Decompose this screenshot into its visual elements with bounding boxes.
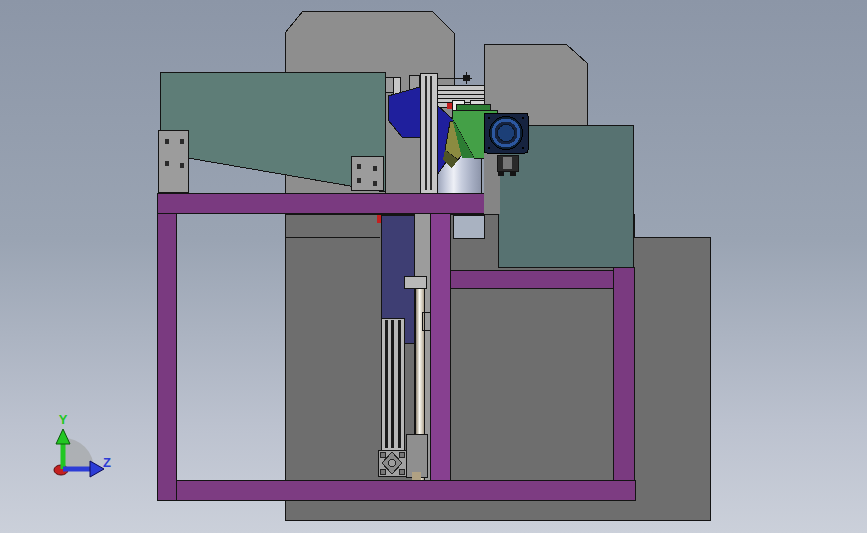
cad-viewport[interactable]: Y Z bbox=[0, 0, 867, 533]
connector-window bbox=[503, 157, 512, 169]
slider-block[interactable] bbox=[406, 434, 427, 477]
model-canvas[interactable]: Y Z bbox=[0, 0, 867, 533]
frame-bottom-beam[interactable] bbox=[176, 480, 635, 500]
sensor-marker bbox=[463, 75, 470, 81]
red-marker bbox=[377, 215, 381, 223]
rod-bracket[interactable] bbox=[404, 276, 426, 288]
red-sensor-dot bbox=[447, 103, 452, 109]
frame-middle-column[interactable] bbox=[430, 213, 450, 480]
hopper-bracket-right[interactable] bbox=[351, 156, 383, 190]
extrusion-column[interactable] bbox=[420, 73, 437, 193]
frame-table-beam[interactable] bbox=[157, 193, 493, 213]
y-axis-label: Y bbox=[59, 412, 68, 427]
end-cap-profile bbox=[380, 452, 404, 474]
frame-mid-beam[interactable] bbox=[450, 270, 613, 288]
rod-tip bbox=[412, 472, 421, 480]
frame-left-leg[interactable] bbox=[157, 193, 176, 500]
motor-shaft-core bbox=[498, 125, 515, 142]
z-axis-label: Z bbox=[103, 455, 111, 470]
connector-nub-left bbox=[498, 171, 504, 176]
frame-right-leg[interactable] bbox=[613, 267, 634, 480]
connector-nub-right bbox=[510, 171, 516, 176]
body-gap bbox=[453, 215, 484, 238]
top-block-b[interactable] bbox=[409, 75, 419, 89]
